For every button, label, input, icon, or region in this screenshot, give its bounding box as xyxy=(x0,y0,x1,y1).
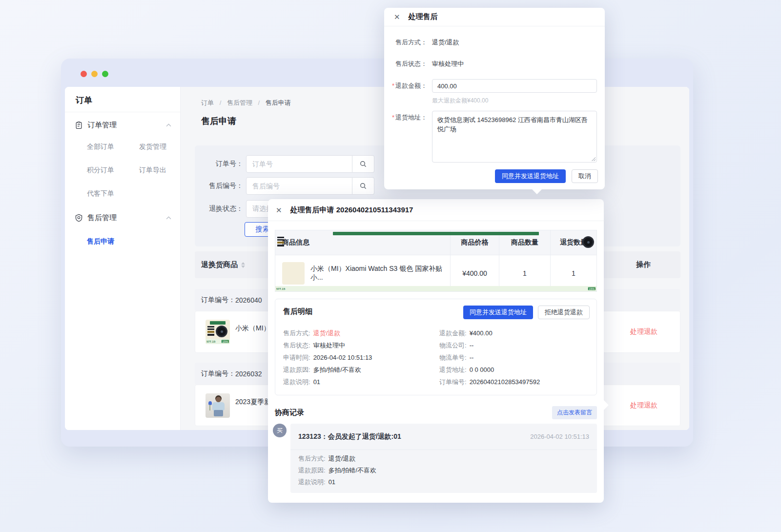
required-asterisk: * xyxy=(392,114,394,121)
shield-icon xyxy=(75,214,83,222)
sidebar-item-order-export[interactable]: 订单导出 xyxy=(139,166,180,175)
maximize-window-icon[interactable] xyxy=(102,71,108,77)
aftersale-no-label: 售后编号： xyxy=(195,182,246,190)
logistics-company-value: -- xyxy=(470,342,474,349)
aftersale-status-value: 审核处理中 xyxy=(432,60,464,68)
post-message-button[interactable]: 点击发表留言 xyxy=(552,406,597,419)
product-image-watch: 577.1515% xyxy=(206,320,230,344)
product-name: 2023夏季新 xyxy=(235,398,271,407)
return-address-value: 0 0 0000 xyxy=(470,366,494,374)
window-controls xyxy=(81,71,108,77)
return-address-label: *退货地址： xyxy=(391,113,427,122)
aftersale-detail-modal: ✕ 处理售后申请 2026040210511343917 商品信息 商品价格 商… xyxy=(268,199,604,503)
product-name: 小米（MI） xyxy=(235,324,270,333)
return-status-label: 退换状态： xyxy=(195,205,246,213)
agree-send-address-button[interactable]: 同意并发送退货地址 xyxy=(495,169,566,183)
aftersale-type-value: 退货/退款 xyxy=(432,38,459,47)
refund-note-value: 01 xyxy=(313,378,320,386)
action-column-header: 操作 xyxy=(636,260,651,269)
sidebar-title: 订单 xyxy=(65,87,180,112)
msg-refund-note: 01 xyxy=(329,478,335,486)
chevron-up-icon xyxy=(166,216,171,220)
negotiation-message: 123123：会员发起了退货/退款:01 2026-04-02 10:51:13… xyxy=(290,424,597,493)
refund-reason-value: 多拍/拍错/不喜欢 xyxy=(313,366,361,374)
buyer-avatar: 买 xyxy=(273,424,287,437)
modal-header: ✕ 处理售后申请 2026040210511343917 xyxy=(268,199,604,221)
order-no-value: 20260402102853497592 xyxy=(470,378,540,386)
return-address-textarea[interactable]: 收货信息测试 14523698962 江西省南昌市青山湖区吾悦广场 xyxy=(432,111,597,163)
product-table: 商品信息 商品价格 商品数量 退货数量 577.1515% 小米（MI）Xiao… xyxy=(275,230,597,292)
aftersale-status-label: 售后状态： xyxy=(391,60,427,68)
page: 订单 订单管理 全部订单 发货管理 积分订单 订单导出 代客下单 xyxy=(0,0,781,532)
refund-amount-input[interactable] xyxy=(432,79,597,93)
max-refund-hint: 最大退款金额¥400.00 xyxy=(432,97,488,105)
sort-icon[interactable] xyxy=(241,262,245,268)
sidebar-group-label: 售后管理 xyxy=(87,213,117,223)
order-number: 2026032 xyxy=(235,370,262,378)
refund-amount-value: ¥400.00 xyxy=(470,329,493,337)
modal-title: 处理售后申请 2026040210511343917 xyxy=(290,205,413,215)
sidebar-item-aftersale-apply[interactable]: 售后申请 xyxy=(65,230,180,253)
product-image-watch: 577.1515% xyxy=(282,262,305,285)
process-refund-link[interactable]: 处理退款 xyxy=(630,327,658,336)
process-refund-link[interactable]: 处理退款 xyxy=(630,401,658,410)
breadcrumb-separator: / xyxy=(220,99,222,106)
product-image-apparel xyxy=(206,393,230,418)
sidebar-group-aftersale-management[interactable]: 售后管理 xyxy=(65,205,180,230)
sidebar-item-proxy-order[interactable]: 代客下单 xyxy=(87,189,139,198)
reject-refund-button[interactable]: 拒绝退货退款 xyxy=(538,306,590,319)
sidebar: 订单 订单管理 全部订单 发货管理 积分订单 订单导出 代客下单 xyxy=(65,87,181,430)
breadcrumb: 订单 / 售后管理 / 售后申请 xyxy=(201,99,291,107)
breadcrumb-current: 售后申请 xyxy=(266,99,291,106)
breadcrumb-item[interactable]: 售后管理 xyxy=(227,99,252,106)
breadcrumb-item[interactable]: 订单 xyxy=(201,99,214,106)
aftersale-no-search-button[interactable] xyxy=(352,177,374,195)
close-icon[interactable]: ✕ xyxy=(276,206,282,214)
aftersale-no-input[interactable] xyxy=(246,177,352,195)
message-headline: 123123：会员发起了退货/退款:01 xyxy=(298,432,401,441)
order-no-search-button[interactable] xyxy=(352,155,374,173)
clipboard-icon xyxy=(75,121,83,129)
product-name: 小米（MI）Xiaomi Watch S3 银色 国家补贴 小... xyxy=(310,265,450,282)
refund-amount-label: *退款金额： xyxy=(391,82,427,90)
process-aftersale-modal: ✕ 处理售后 售后方式： 退货/退款 售后状态： 审核处理中 *退款金额： 最大… xyxy=(384,8,605,189)
logistics-no-value: -- xyxy=(470,354,474,362)
page-title: 售后申请 xyxy=(201,115,236,127)
order-no-label: 订单号： xyxy=(195,160,246,168)
aftersale-detail-card: 售后明细 同意并发送退货地址 拒绝退货退款 售后方式:退货/退款 售后状态:审核… xyxy=(275,299,597,395)
order-no-input[interactable] xyxy=(246,155,352,173)
product-table-row: 577.1515% 小米（MI）Xiaomi Watch S3 银色 国家补贴 … xyxy=(275,255,596,291)
required-asterisk: * xyxy=(392,82,394,89)
search-icon xyxy=(359,160,367,168)
close-window-icon[interactable] xyxy=(81,71,87,77)
sidebar-item-shipping[interactable]: 发货管理 xyxy=(139,143,180,151)
aftersale-type-value: 退货/退款 xyxy=(313,329,341,337)
breadcrumb-separator: / xyxy=(258,99,260,106)
msg-aftersale-type: 退货/退款 xyxy=(329,455,356,463)
minimize-window-icon[interactable] xyxy=(91,71,98,77)
agree-send-address-button[interactable]: 同意并发送退货地址 xyxy=(463,306,533,319)
sidebar-group-order-management[interactable]: 订单管理 xyxy=(65,112,180,138)
chevron-up-icon xyxy=(166,123,171,127)
order-number: 2026040 xyxy=(235,296,262,304)
aftersale-status-value: 审核处理中 xyxy=(313,342,345,349)
resize-handle-icon[interactable] xyxy=(591,157,596,161)
search-icon xyxy=(359,182,367,190)
sidebar-item-all-orders[interactable]: 全部订单 xyxy=(87,143,139,151)
close-icon[interactable]: ✕ xyxy=(394,13,400,20)
cancel-button[interactable]: 取消 xyxy=(572,169,598,183)
detail-section-title: 售后明细 xyxy=(283,307,312,316)
aftersale-type-label: 售后方式： xyxy=(391,38,427,47)
msg-refund-reason: 多拍/拍错/不喜欢 xyxy=(329,467,376,474)
modal-header: ✕ 处理售后 xyxy=(384,8,605,26)
modal-title: 处理售后 xyxy=(409,12,438,21)
message-time: 2026-04-02 10:51:13 xyxy=(530,433,589,440)
sidebar-group-label: 订单管理 xyxy=(87,121,117,130)
apply-time-value: 2026-04-02 10:51:13 xyxy=(313,354,372,362)
product-column-header: 退换货商品 xyxy=(201,251,245,278)
sidebar-item-points-orders[interactable]: 积分订单 xyxy=(87,166,139,175)
negotiation-section-title: 协商记录 xyxy=(275,408,304,417)
sidebar-subitems: 全部订单 发货管理 积分订单 订单导出 代客下单 xyxy=(65,138,180,205)
